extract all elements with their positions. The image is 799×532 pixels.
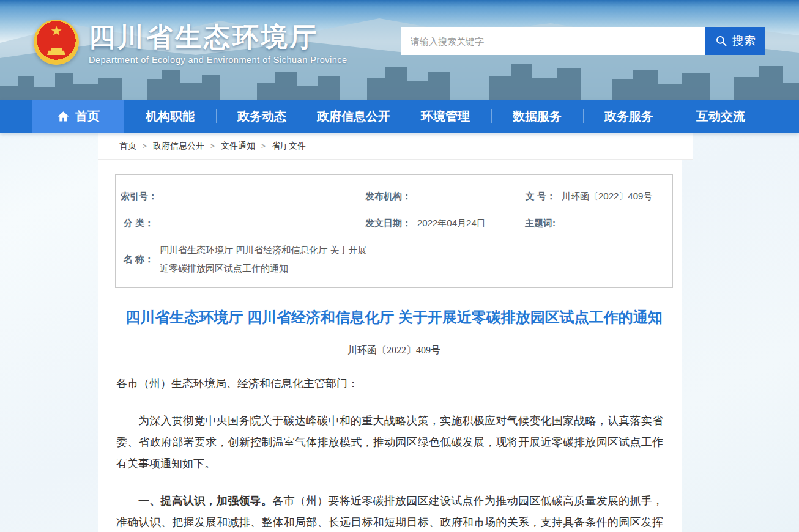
meta-name-value: 四川省生态环境厅 四川省经济和信息化厅 关于开展近零碳排放园区试点工作的通知 <box>160 241 373 278</box>
breadcrumb-file-notices[interactable]: 文件通知 <box>221 141 255 152</box>
nav-item-label: 政务服务 <box>604 108 653 125</box>
document-paragraph-intro: 为深入贯彻党中央国务院关于碳达峰碳中和的重大战略决策，实施积极应对气候变化国家战… <box>116 410 663 475</box>
site-subtitle: Department of Ecology and Environment of… <box>89 55 347 65</box>
nav-item-label: 政务动态 <box>237 108 286 125</box>
nav-item-env-management[interactable]: 环境管理 <box>400 100 491 133</box>
meta-keywords-label: 主题词: <box>518 218 556 229</box>
nav-item-data-services[interactable]: 数据服务 <box>491 100 583 133</box>
search-button-label: 搜索 <box>732 33 756 49</box>
nav-item-label: 环境管理 <box>421 108 470 125</box>
nav-item-label: 机构职能 <box>146 108 195 125</box>
site-brand[interactable]: ★ 四川省生态环境厅 Department of Ecology and Env… <box>34 20 347 65</box>
document-meta-table: 索引号： 发布机构： 文 号： 川环函〔2022〕409号 分 类： 发文日期：… <box>115 174 673 288</box>
meta-name-label: 名 称： <box>116 254 154 265</box>
document-body: 各市（州）生态环境局、经济和信息化主管部门： 为深入贯彻党中央国务院关于碳达峰碳… <box>115 373 673 532</box>
meta-index-number: 索引号： <box>116 187 360 205</box>
meta-docnum-value: 川环函〔2022〕409号 <box>562 187 652 205</box>
meta-agency-label: 发布机构： <box>360 191 411 202</box>
meta-date-value: 2022年04月24日 <box>417 214 486 232</box>
emblem-gate-icon <box>47 48 65 55</box>
national-emblem-logo: ★ <box>34 20 79 65</box>
home-icon <box>57 110 70 123</box>
meta-category: 分 类： <box>116 214 360 232</box>
nav-item-gov-services[interactable]: 政务服务 <box>583 100 675 133</box>
nav-item-label: 互动交流 <box>696 108 745 125</box>
breadcrumb-separator: > <box>261 142 266 150</box>
nav-item-org-functions[interactable]: 机构职能 <box>124 100 216 133</box>
breadcrumb-info-disclosure[interactable]: 政府信息公开 <box>153 141 204 152</box>
main-nav: 首页 机构职能 政务动态 政府信息公开 环境管理 数据服务 政务服务 互动交流 <box>0 100 799 133</box>
search-input[interactable] <box>401 27 705 55</box>
nav-item-interaction[interactable]: 互动交流 <box>675 100 767 133</box>
document-salutation: 各市（州）生态环境局、经济和信息化主管部门： <box>116 373 663 394</box>
section1-lead: 一、提高认识，加强领导。 <box>138 495 272 507</box>
emblem-star-icon: ★ <box>34 24 79 38</box>
meta-index-label: 索引号： <box>116 191 157 202</box>
meta-keywords: 主题词: <box>518 214 672 232</box>
nav-item-home[interactable]: 首页 <box>32 100 124 133</box>
breadcrumb-provincial-files[interactable]: 省厅文件 <box>272 141 306 152</box>
meta-date-label: 发文日期： <box>360 218 411 229</box>
site-header: ★ 四川省生态环境厅 Department of Ecology and Env… <box>0 0 799 100</box>
breadcrumb-home[interactable]: 首页 <box>119 141 136 152</box>
document-card: 索引号： 发布机构： 文 号： 川环函〔2022〕409号 分 类： 发文日期：… <box>98 160 682 532</box>
breadcrumb-separator: > <box>143 142 147 150</box>
meta-category-label: 分 类： <box>116 218 154 229</box>
nav-item-label: 首页 <box>75 108 100 125</box>
meta-doc-number: 文 号： 川环函〔2022〕409号 <box>518 187 672 205</box>
search-button[interactable]: 搜索 <box>705 27 765 55</box>
meta-doc-name: 名 称： 四川省生态环境厅 四川省经济和信息化厅 关于开展近零碳排放园区试点工作… <box>116 241 672 278</box>
nav-item-label: 政府信息公开 <box>317 108 390 125</box>
document-paragraph-section1: 一、提高认识，加强领导。各市（州）要将近零碳排放园区建设试点作为推动园区低碳高质… <box>116 490 663 532</box>
nav-item-gov-news[interactable]: 政务动态 <box>216 100 308 133</box>
search-box: 搜索 <box>401 27 765 55</box>
nav-item-label: 数据服务 <box>513 108 562 125</box>
nav-item-info-disclosure[interactable]: 政府信息公开 <box>308 100 400 133</box>
meta-issuing-agency: 发布机构： <box>360 187 518 205</box>
breadcrumb-separator: > <box>210 142 215 150</box>
breadcrumb: 首页 > 政府信息公开 > 文件通知 > 省厅文件 <box>98 133 693 160</box>
meta-docnum-label: 文 号： <box>518 191 556 202</box>
meta-issue-date: 发文日期： 2022年04月24日 <box>360 214 518 232</box>
document-title: 四川省生态环境厅 四川省经济和信息化厅 关于开展近零碳排放园区试点工作的通知 <box>115 308 673 327</box>
search-icon <box>715 35 727 47</box>
document-number: 川环函〔2022〕409号 <box>115 344 673 357</box>
site-title: 四川省生态环境厅 <box>89 20 347 54</box>
